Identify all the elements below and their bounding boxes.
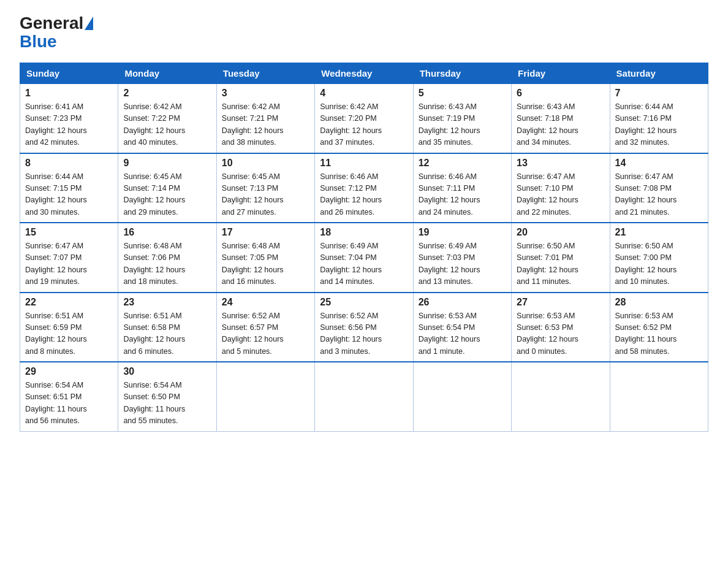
day-number: 27: [517, 297, 604, 308]
day-number: 12: [419, 158, 506, 169]
calendar-cell: 5Sunrise: 6:43 AMSunset: 7:19 PMDaylight…: [413, 84, 511, 153]
calendar-cell: 22Sunrise: 6:51 AMSunset: 6:59 PMDayligh…: [20, 293, 118, 362]
calendar-cell: 30Sunrise: 6:54 AMSunset: 6:50 PMDayligh…: [118, 362, 216, 431]
calendar-cell: 24Sunrise: 6:52 AMSunset: 6:57 PMDayligh…: [216, 293, 314, 362]
day-info: Sunrise: 6:47 AMSunset: 7:08 PMDaylight:…: [615, 171, 703, 219]
day-info: Sunrise: 6:45 AMSunset: 7:14 PMDaylight:…: [123, 171, 211, 219]
day-info: Sunrise: 6:46 AMSunset: 7:11 PMDaylight:…: [419, 171, 506, 219]
day-info: Sunrise: 6:46 AMSunset: 7:12 PMDaylight:…: [320, 171, 408, 219]
calendar-cell: 4Sunrise: 6:42 AMSunset: 7:20 PMDaylight…: [315, 84, 413, 153]
week-row-1: 1Sunrise: 6:41 AMSunset: 7:23 PMDaylight…: [20, 84, 708, 153]
day-number: 29: [25, 366, 113, 377]
column-header-sunday: Sunday: [20, 63, 118, 84]
day-number: 6: [517, 88, 604, 99]
day-info: Sunrise: 6:51 AMSunset: 6:58 PMDaylight:…: [123, 310, 211, 358]
logo-triangle-icon: [85, 17, 93, 30]
day-info: Sunrise: 6:52 AMSunset: 6:57 PMDaylight:…: [222, 310, 309, 358]
day-info: Sunrise: 6:51 AMSunset: 6:59 PMDaylight:…: [25, 310, 113, 358]
calendar-cell: [315, 362, 413, 431]
logo: General Blue: [20, 15, 93, 52]
logo-general-text: General: [20, 15, 83, 32]
calendar-cell: [512, 362, 610, 431]
day-info: Sunrise: 6:41 AMSunset: 7:23 PMDaylight:…: [25, 101, 113, 149]
calendar-cell: 14Sunrise: 6:47 AMSunset: 7:08 PMDayligh…: [610, 153, 708, 223]
day-number: 15: [25, 227, 113, 238]
logo-blue-text: Blue: [20, 32, 57, 51]
day-number: 2: [123, 88, 211, 99]
calendar-cell: 25Sunrise: 6:52 AMSunset: 6:56 PMDayligh…: [315, 293, 413, 362]
day-info: Sunrise: 6:43 AMSunset: 7:19 PMDaylight:…: [419, 101, 506, 149]
calendar-cell: [216, 362, 314, 431]
day-number: 8: [25, 158, 113, 169]
day-number: 24: [222, 297, 309, 308]
day-number: 16: [123, 227, 211, 238]
day-info: Sunrise: 6:44 AMSunset: 7:15 PMDaylight:…: [25, 171, 113, 219]
day-info: Sunrise: 6:52 AMSunset: 6:56 PMDaylight:…: [320, 310, 408, 358]
calendar-cell: 17Sunrise: 6:48 AMSunset: 7:05 PMDayligh…: [216, 223, 314, 293]
calendar-cell: 6Sunrise: 6:43 AMSunset: 7:18 PMDaylight…: [512, 84, 610, 153]
calendar-cell: 27Sunrise: 6:53 AMSunset: 6:53 PMDayligh…: [512, 293, 610, 362]
day-number: 11: [320, 158, 408, 169]
week-row-4: 22Sunrise: 6:51 AMSunset: 6:59 PMDayligh…: [20, 293, 708, 362]
calendar-cell: 9Sunrise: 6:45 AMSunset: 7:14 PMDaylight…: [118, 153, 216, 223]
calendar-cell: 28Sunrise: 6:53 AMSunset: 6:52 PMDayligh…: [610, 293, 708, 362]
day-number: 7: [615, 88, 703, 99]
calendar-cell: 3Sunrise: 6:42 AMSunset: 7:21 PMDaylight…: [216, 84, 314, 153]
week-row-5: 29Sunrise: 6:54 AMSunset: 6:51 PMDayligh…: [20, 362, 708, 431]
calendar-body: 1Sunrise: 6:41 AMSunset: 7:23 PMDaylight…: [20, 84, 708, 432]
column-header-wednesday: Wednesday: [315, 63, 413, 84]
day-info: Sunrise: 6:53 AMSunset: 6:53 PMDaylight:…: [517, 310, 604, 358]
day-number: 17: [222, 227, 309, 238]
week-row-2: 8Sunrise: 6:44 AMSunset: 7:15 PMDaylight…: [20, 153, 708, 223]
day-info: Sunrise: 6:42 AMSunset: 7:22 PMDaylight:…: [123, 101, 211, 149]
day-info: Sunrise: 6:49 AMSunset: 7:04 PMDaylight:…: [320, 240, 408, 288]
calendar-cell: 8Sunrise: 6:44 AMSunset: 7:15 PMDaylight…: [20, 153, 118, 223]
calendar-cell: 23Sunrise: 6:51 AMSunset: 6:58 PMDayligh…: [118, 293, 216, 362]
day-number: 22: [25, 297, 113, 308]
day-info: Sunrise: 6:50 AMSunset: 7:01 PMDaylight:…: [517, 240, 604, 288]
day-info: Sunrise: 6:43 AMSunset: 7:18 PMDaylight:…: [517, 101, 604, 149]
calendar-cell: 1Sunrise: 6:41 AMSunset: 7:23 PMDaylight…: [20, 84, 118, 153]
day-info: Sunrise: 6:53 AMSunset: 6:52 PMDaylight:…: [615, 310, 703, 358]
calendar-header-row: SundayMondayTuesdayWednesdayThursdayFrid…: [20, 63, 708, 84]
calendar-cell: 15Sunrise: 6:47 AMSunset: 7:07 PMDayligh…: [20, 223, 118, 293]
day-number: 21: [615, 227, 703, 238]
day-number: 5: [419, 88, 506, 99]
day-number: 14: [615, 158, 703, 169]
calendar-cell: 10Sunrise: 6:45 AMSunset: 7:13 PMDayligh…: [216, 153, 314, 223]
week-row-3: 15Sunrise: 6:47 AMSunset: 7:07 PMDayligh…: [20, 223, 708, 293]
calendar-cell: 7Sunrise: 6:44 AMSunset: 7:16 PMDaylight…: [610, 84, 708, 153]
day-number: 28: [615, 297, 703, 308]
header: General Blue: [20, 15, 708, 52]
calendar-cell: 21Sunrise: 6:50 AMSunset: 7:00 PMDayligh…: [610, 223, 708, 293]
calendar-cell: [413, 362, 511, 431]
day-info: Sunrise: 6:50 AMSunset: 7:00 PMDaylight:…: [615, 240, 703, 288]
day-info: Sunrise: 6:54 AMSunset: 6:51 PMDaylight:…: [25, 380, 113, 427]
day-number: 26: [419, 297, 506, 308]
day-number: 9: [123, 158, 211, 169]
column-header-thursday: Thursday: [413, 63, 511, 84]
calendar-table: SundayMondayTuesdayWednesdayThursdayFrid…: [20, 63, 708, 432]
calendar-cell: 11Sunrise: 6:46 AMSunset: 7:12 PMDayligh…: [315, 153, 413, 223]
calendar-cell: 13Sunrise: 6:47 AMSunset: 7:10 PMDayligh…: [512, 153, 610, 223]
column-header-monday: Monday: [118, 63, 216, 84]
day-info: Sunrise: 6:45 AMSunset: 7:13 PMDaylight:…: [222, 171, 309, 219]
day-info: Sunrise: 6:47 AMSunset: 7:07 PMDaylight:…: [25, 240, 113, 288]
day-info: Sunrise: 6:54 AMSunset: 6:50 PMDaylight:…: [123, 380, 211, 427]
day-number: 23: [123, 297, 211, 308]
day-number: 19: [419, 227, 506, 238]
day-number: 25: [320, 297, 408, 308]
day-info: Sunrise: 6:42 AMSunset: 7:20 PMDaylight:…: [320, 101, 408, 149]
day-number: 10: [222, 158, 309, 169]
day-number: 13: [517, 158, 604, 169]
day-info: Sunrise: 6:42 AMSunset: 7:21 PMDaylight:…: [222, 101, 309, 149]
day-number: 4: [320, 88, 408, 99]
day-number: 18: [320, 227, 408, 238]
column-header-friday: Friday: [512, 63, 610, 84]
calendar-cell: 16Sunrise: 6:48 AMSunset: 7:06 PMDayligh…: [118, 223, 216, 293]
column-header-tuesday: Tuesday: [216, 63, 314, 84]
day-info: Sunrise: 6:49 AMSunset: 7:03 PMDaylight:…: [419, 240, 506, 288]
day-info: Sunrise: 6:44 AMSunset: 7:16 PMDaylight:…: [615, 101, 703, 149]
day-info: Sunrise: 6:53 AMSunset: 6:54 PMDaylight:…: [419, 310, 506, 358]
calendar-cell: 20Sunrise: 6:50 AMSunset: 7:01 PMDayligh…: [512, 223, 610, 293]
